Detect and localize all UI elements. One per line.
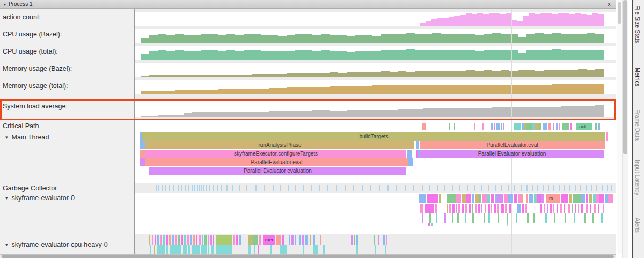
skyframe-evaluator-cpu-heavy-0-slice[interactable] — [374, 235, 375, 245]
skyframe-evaluator-cpu-heavy-0-slice[interactable] — [192, 245, 200, 254]
skyframe-evaluator-0-slice[interactable] — [465, 213, 466, 223]
skyframe-evaluator-cpu-heavy-0-slice[interactable] — [163, 235, 165, 245]
skyframe-evaluator-0-slice[interactable] — [487, 194, 490, 203]
skyframe-evaluator-cpu-heavy-0-slice[interactable] — [154, 245, 155, 254]
gc-tick[interactable] — [158, 185, 159, 191]
critical-path-slice[interactable]: act... — [576, 123, 592, 130]
skyframe-evaluator-0-slice[interactable] — [466, 194, 471, 203]
main-thread-slice[interactable]: Parallel Evaluator evaluation — [149, 167, 406, 175]
track-label-main-thread[interactable]: ▾Main Thread — [0, 132, 134, 143]
skyframe-evaluator-cpu-heavy-0-slice[interactable] — [378, 235, 379, 245]
skyframe-evaluator-0-slice[interactable] — [508, 194, 513, 203]
skyframe-evaluator-0-slice[interactable] — [565, 213, 566, 223]
critical-path-slice[interactable] — [522, 123, 524, 130]
gc-tick[interactable] — [345, 185, 346, 191]
skyframe-evaluator-cpu-heavy-0-slice[interactable] — [356, 245, 358, 254]
skyframe-evaluator-cpu-heavy-0-slice[interactable] — [170, 245, 181, 254]
skyframe-evaluator-cpu-heavy-0-slice[interactable] — [291, 235, 294, 245]
gc-tick[interactable] — [185, 185, 186, 191]
skyframe-evaluator-0-slice[interactable] — [478, 204, 480, 213]
skyframe-evaluator-cpu-heavy-0-slice[interactable] — [323, 245, 325, 254]
skyframe-evaluator-0-slice[interactable] — [439, 194, 441, 203]
skyframe-evaluator-0-slice[interactable] — [497, 204, 499, 213]
skyframe-evaluator-0-slice[interactable] — [465, 204, 467, 213]
skyframe-evaluator-cpu-heavy-0-slice[interactable] — [196, 235, 197, 245]
skyframe-evaluator-cpu-heavy-0-slice[interactable] — [386, 235, 387, 245]
skyframe-evaluator-cpu-heavy-0-slice[interactable] — [354, 235, 355, 245]
main-thread-slice[interactable] — [140, 141, 145, 149]
skyframe-evaluator-cpu-heavy-0-slice[interactable] — [149, 235, 150, 245]
critical-path-slice[interactable] — [553, 123, 554, 130]
skyframe-evaluator-0-slice[interactable] — [456, 204, 457, 213]
skyframe-evaluator-0-slice[interactable] — [547, 204, 548, 213]
critical-path-slice[interactable] — [514, 123, 521, 130]
skyframe-evaluator-cpu-heavy-0-slice[interactable] — [233, 235, 235, 245]
skyframe-evaluator-cpu-heavy-0-slice[interactable] — [211, 245, 214, 254]
critical-path-slice[interactable] — [494, 123, 495, 130]
gc-tick[interactable] — [319, 185, 320, 191]
gc-tick[interactable] — [537, 185, 538, 191]
track-label-cpu-total[interactable]: CPU usage (total): — [0, 43, 134, 60]
skyframe-evaluator-0-slice[interactable] — [581, 194, 585, 203]
skyframe-evaluator-0-slice[interactable] — [590, 204, 591, 213]
gc-tick[interactable] — [387, 185, 389, 191]
skyframe-evaluator-0-slice[interactable] — [498, 213, 499, 223]
skyframe-evaluator-0-slice[interactable] — [494, 204, 496, 213]
skyframe-evaluator-0-slice[interactable] — [575, 204, 576, 213]
gc-tick[interactable] — [232, 185, 233, 191]
skyframe-evaluator-0-slice[interactable] — [592, 213, 594, 223]
skyframe-evaluator-0-slice[interactable] — [574, 213, 575, 223]
main-thread-slice[interactable] — [606, 132, 608, 141]
gc-tick[interactable] — [203, 185, 204, 191]
skyframe-evaluator-cpu-heavy-0-slice[interactable] — [295, 235, 296, 245]
skyframe-evaluator-0-slice[interactable] — [505, 204, 507, 213]
skyframe-evaluator-0-slice[interactable] — [452, 213, 453, 223]
skyframe-evaluator-cpu-heavy-0-slice[interactable] — [216, 245, 232, 254]
skyframe-evaluator-cpu-heavy-0-slice[interactable] — [303, 245, 304, 254]
skyframe-evaluator-0-slice[interactable] — [581, 204, 583, 213]
gc-tick[interactable] — [452, 185, 453, 191]
critical-path-slice[interactable] — [449, 123, 450, 130]
critical-path-slice[interactable] — [543, 123, 547, 130]
skyframe-evaluator-0-slice[interactable] — [509, 204, 511, 213]
skyframe-evaluator-0-slice[interactable] — [447, 194, 456, 203]
track-label-skyframe-evaluator-cpu-heavy-0[interactable]: ▾skyframe-evaluator-cpu-heavy-0 — [0, 234, 134, 254]
outer-vertical-scrollbar[interactable] — [622, 0, 628, 258]
skyframe-evaluator-0-slice[interactable] — [586, 204, 588, 213]
mem-bazel-chart[interactable] — [135, 63, 616, 77]
gc-tick[interactable] — [396, 185, 397, 191]
skyframe-evaluator-cpu-heavy-0-slice[interactable] — [169, 235, 171, 245]
gc-tick[interactable] — [156, 185, 157, 191]
tab-frame-data[interactable]: Frame Data — [634, 109, 641, 141]
gc-tick[interactable] — [197, 185, 198, 191]
skyframe-evaluator-0-slice[interactable] — [491, 194, 494, 203]
gc-tick[interactable] — [246, 185, 247, 191]
skyframe-evaluator-0-slice[interactable] — [541, 194, 544, 203]
main-thread-slice[interactable]: buildTargets — [142, 132, 605, 141]
skyframe-evaluator-0-slice[interactable] — [475, 204, 477, 213]
gc-tick[interactable] — [564, 185, 565, 191]
skyframe-evaluator-cpu-heavy-0-slice[interactable] — [202, 235, 203, 245]
gc-tick[interactable] — [206, 185, 207, 191]
skyframe-evaluator-cpu-heavy-0-slice[interactable] — [178, 235, 180, 245]
skyframe-evaluator-0-slice[interactable] — [533, 213, 535, 223]
gc-tick[interactable] — [273, 185, 274, 191]
gc-tick[interactable] — [602, 185, 603, 191]
skyframe-evaluator-0-slice[interactable] — [525, 204, 527, 213]
skyframe-evaluator-cpu-heavy-0-slice[interactable] — [166, 245, 168, 254]
gc-tick[interactable] — [591, 185, 592, 191]
skyframe-evaluator-0-slice[interactable] — [449, 204, 451, 213]
gc-tick[interactable] — [280, 185, 281, 191]
skyframe-evaluator-0-slice[interactable] — [572, 204, 573, 213]
skyframe-evaluator-0-slice[interactable] — [484, 213, 485, 223]
critical-path-slice[interactable] — [524, 123, 526, 130]
gc-tick[interactable] — [501, 185, 502, 191]
skyframe-evaluator-0-slice[interactable] — [573, 194, 581, 203]
gc-tick[interactable] — [559, 185, 560, 191]
critical-path-slice[interactable] — [454, 123, 455, 130]
cpu-bazel-chart[interactable] — [135, 29, 616, 43]
skyframe-evaluator-0-slice[interactable] — [557, 204, 558, 213]
gc-tick[interactable] — [532, 185, 533, 191]
skyframe-evaluator-0-slice[interactable] — [554, 213, 555, 223]
skyframe-evaluator-0-slice[interactable] — [518, 194, 521, 203]
